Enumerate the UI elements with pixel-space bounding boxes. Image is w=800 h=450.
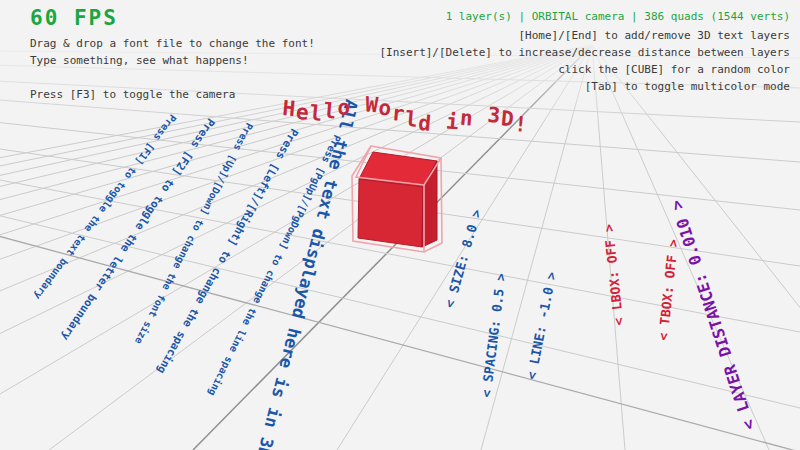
hud-top-right: 1 layer(s) | ORBITAL camera | 386 quads … [379,8,790,95]
hint-camera-toggle: Press [F3] to toggle the camera [30,86,315,103]
spacer [30,69,315,86]
fps-counter: 60 FPS [30,10,315,27]
hud-top-left: 60 FPS Drag & drop a font file to change… [30,10,315,103]
color-cube[interactable] [340,134,460,259]
hint-multicolor: [Tab] to toggle multicolor mode [379,78,790,95]
status-bar: 1 layer(s) | ORBITAL camera | 386 quads … [379,8,790,25]
hint-drag-drop: Drag & drop a font file to change the fo… [30,35,315,52]
hint-cube-color: click the [CUBE] for a random color [379,61,790,78]
hint-layer-distance: [Insert]/[Delete] to increase/decrease d… [379,44,790,61]
hint-layers: [Home]/[End] to add/remove 3D text layer… [379,27,790,44]
hint-type: Type something, see what happens! [30,52,315,69]
